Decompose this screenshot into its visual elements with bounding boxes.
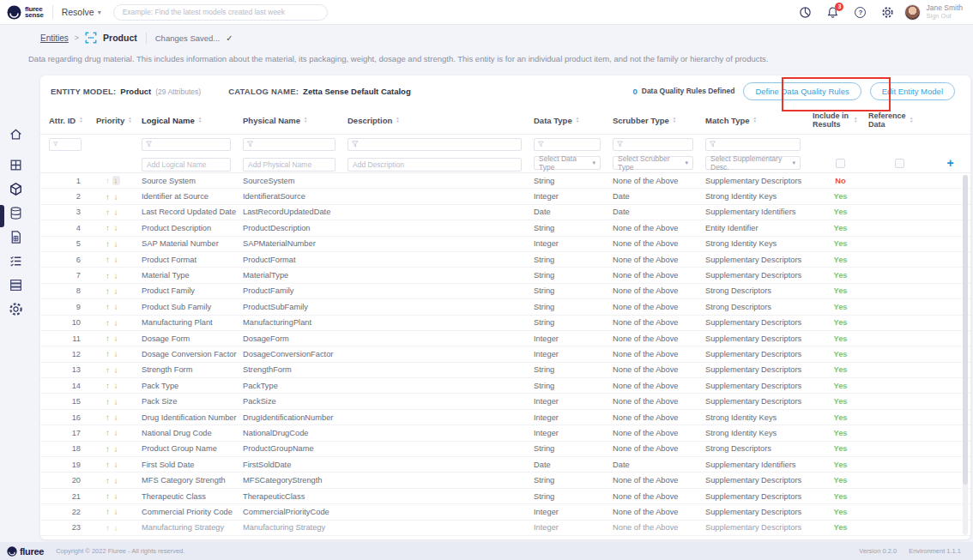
column-header-match-type[interactable]: Match Type▲▼ [705,116,813,125]
priority-up-icon[interactable]: ↑ [106,460,110,469]
add-attribute-button[interactable]: + [930,157,970,169]
priority-up-icon[interactable]: ↑ [106,523,110,533]
filter-data-type-input[interactable] [547,140,596,148]
priority-up-icon[interactable]: ↑ [106,302,110,311]
select-data-type-dropdown[interactable]: Select Data Type▾ [534,156,601,170]
priority-up-icon[interactable]: ↑ [106,444,110,454]
sign-out-link[interactable]: Sign Out [926,12,963,20]
edit-entity-model-button[interactable]: Edit Entity Model [870,82,955,100]
sidebar-item-datasets[interactable] [8,205,23,220]
priority-down-icon[interactable]: ↓ [114,223,118,232]
sidebar-item-home[interactable] [8,126,23,142]
add-physical-name-input[interactable] [243,158,335,172]
table-row[interactable]: 17 ↑ ↓ National Drug Code NationalDrugCo… [40,425,970,441]
table-row[interactable]: 9 ↑ ↓ Product Sub Family ProductSubFamil… [40,299,970,315]
search-input[interactable] [113,4,328,21]
priority-down-icon[interactable]: ↓ [114,192,118,202]
filter-match-type-input[interactable] [718,140,796,148]
priority-up-icon[interactable]: ↑ [106,349,110,358]
filter-attr-id-input[interactable] [61,140,77,148]
priority-up-icon[interactable]: ↑ [106,286,110,296]
table-row[interactable]: 18 ↑ ↓ Product Group Name ProductGroupNa… [40,442,970,457]
table-row[interactable]: 16 ↑ ↓ Drug Identification Number DrugId… [40,410,970,425]
priority-up-icon[interactable]: ↑ [106,365,110,375]
column-header-logical-name[interactable]: Logical Name▲▼ [142,116,243,125]
priority-up-icon[interactable]: ↑ [106,192,110,202]
column-header-data-type[interactable]: Data Type▲▼ [534,116,613,125]
table-row[interactable]: 20 ↑ ↓ MFS Category Strength MFSCategory… [40,473,970,488]
column-header-physical-name[interactable]: Physical Name▲▼ [243,116,348,125]
priority-down-icon[interactable]: ↓ [114,428,118,437]
column-header-attr-id[interactable]: Attr. ID▲▼ [49,116,96,125]
table-row[interactable]: 14 ↑ ↓ Pack Type PackType String None of… [40,378,970,394]
priority-up-icon[interactable]: ↑ [106,428,110,437]
table-row[interactable]: 8 ↑ ↓ Product Family ProductFamily Strin… [40,284,970,299]
select-scrubber-type-dropdown[interactable]: Select Scrubber Type▾ [613,156,693,170]
notifications-bell-icon[interactable]: 3 [826,6,839,19]
priority-down-icon[interactable]: ↓ [114,460,118,469]
table-scrollbar-thumb[interactable] [963,175,968,485]
priority-up-icon[interactable]: ↑ [106,223,110,232]
reference-data-checkbox[interactable] [895,159,904,168]
select-match-type-dropdown[interactable]: Select Supplementary Desc.▾ [705,156,801,170]
table-row[interactable]: 15 ↑ ↓ Pack Size PackSize Integer None o… [40,394,970,409]
priority-up-icon[interactable]: ↑ [106,507,110,516]
sidebar-item-servers[interactable] [8,277,23,292]
table-row[interactable]: 5 ↑ ↓ SAP Material Number SAPMaterialNum… [40,237,970,252]
table-row[interactable]: 2 ↑ ↓ Identifier at Source IdentifieratS… [40,189,970,204]
table-row[interactable]: 23 ↑ ↓ Manufacturing Strategy Manufactur… [40,521,970,536]
priority-up-icon[interactable]: ↑ [106,271,110,280]
table-row[interactable]: 7 ↑ ↓ Material Type MaterialType String … [40,268,970,283]
priority-down-icon[interactable]: ↓ [114,208,118,217]
table-row[interactable]: 1 ↑ ↓ Source System SourceSystem String … [40,173,970,189]
table-row[interactable]: 13 ↑ ↓ Strength Form StrengthForm String… [40,363,970,378]
priority-down-icon[interactable]: ↓ [114,365,118,375]
help-icon[interactable]: ? [854,6,867,19]
breadcrumb-entities-link[interactable]: Entities [40,33,69,43]
column-header-scrubber-type[interactable]: Scrubber Type▲▼ [613,116,705,125]
priority-down-icon[interactable]: ↓ [114,239,118,249]
priority-down-icon[interactable]: ↓ [114,523,118,533]
priority-up-icon[interactable]: ↑ [106,255,110,264]
analytics-icon[interactable] [799,6,812,19]
add-description-input[interactable] [348,158,522,172]
priority-down-icon[interactable]: ↓ [114,397,118,406]
priority-down-icon[interactable]: ↓ [114,255,118,264]
table-row[interactable]: 22 ↑ ↓ Commercial Priority Code Commerci… [40,504,970,520]
table-row[interactable]: 3 ↑ ↓ Last Record Updated Date LastRecor… [40,205,970,220]
table-row[interactable]: 10 ↑ ↓ Manufacturing Plant Manufacturing… [40,316,970,331]
priority-up-icon[interactable]: ↑ [106,176,110,185]
priority-up-icon[interactable]: ↑ [106,208,110,217]
priority-up-icon[interactable]: ↑ [106,334,110,343]
column-header-priority[interactable]: Priority▲▼ [96,116,142,125]
priority-down-icon[interactable]: ↓ [114,349,118,358]
add-logical-name-input[interactable] [142,158,231,172]
priority-up-icon[interactable]: ↑ [106,381,110,390]
table-row[interactable]: 11 ↑ ↓ Dosage Form DosageForm Integer No… [40,331,970,346]
define-data-quality-rules-button[interactable]: Define Data Quality Rules [743,82,861,100]
table-row[interactable]: 4 ↑ ↓ Product Description ProductDescrip… [40,220,970,236]
filter-logical-name-input[interactable] [154,140,227,148]
avatar[interactable] [904,4,921,21]
table-row[interactable]: 6 ↑ ↓ Product Format ProductFormat Strin… [40,252,970,268]
sidebar-item-grid[interactable] [8,157,23,172]
column-header-description[interactable]: Description▲▼ [348,116,534,125]
settings-gear-icon[interactable] [881,6,894,19]
priority-down-icon[interactable]: ↓ [112,176,120,185]
table-row[interactable]: 21 ↑ ↓ Therapeutic Class TherapeuticClas… [40,489,970,504]
priority-down-icon[interactable]: ↓ [114,271,118,280]
priority-up-icon[interactable]: ↑ [106,318,110,328]
priority-down-icon[interactable]: ↓ [114,381,118,390]
priority-down-icon[interactable]: ↓ [114,412,118,422]
priority-down-icon[interactable]: ↓ [114,334,118,343]
priority-down-icon[interactable]: ↓ [114,507,118,516]
filter-physical-name-input[interactable] [256,140,331,148]
priority-down-icon[interactable]: ↓ [114,491,118,501]
include-in-results-checkbox[interactable] [836,159,845,168]
priority-down-icon[interactable]: ↓ [114,476,118,485]
sidebar-item-settings[interactable] [8,301,23,316]
priority-up-icon[interactable]: ↑ [106,476,110,485]
filter-description-input[interactable] [361,140,517,148]
priority-down-icon[interactable]: ↓ [114,318,118,328]
priority-up-icon[interactable]: ↑ [106,491,110,501]
